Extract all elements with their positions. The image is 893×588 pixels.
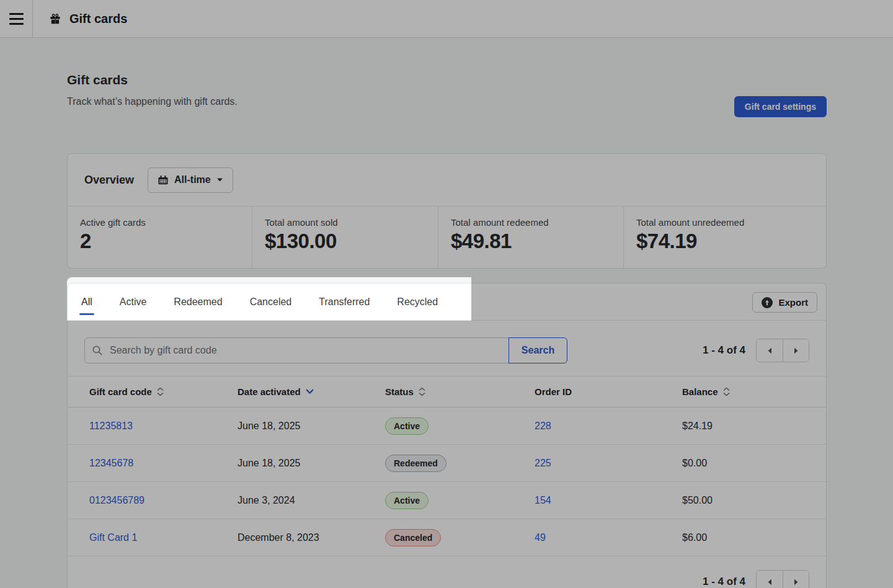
tab-redeemed[interactable]: Redeemed	[160, 283, 236, 320]
order-id-link[interactable]: 49	[535, 532, 546, 543]
column-header-order-id: Order ID	[535, 386, 682, 397]
overview-header: Overview All-time	[68, 154, 826, 207]
balance-cell: $6.00	[682, 532, 826, 543]
page-subtitle: Track what’s happening with gift cards.	[67, 96, 238, 107]
table-header-row: Gift card code Date activated Status	[68, 376, 826, 408]
overview-card: Overview All-time Active gift c	[67, 153, 827, 269]
pagination-range: 1 - 4 of 4	[703, 344, 745, 357]
status-badge: Canceled	[385, 529, 441, 546]
next-page-button[interactable]	[783, 339, 809, 362]
pagination-buttons	[756, 570, 809, 588]
status-tabs: All Active Redeemed Canceled Transferred…	[68, 283, 451, 320]
search-icon	[92, 345, 103, 356]
topbar: Gift cards	[0, 0, 893, 38]
menu-icon[interactable]	[0, 0, 33, 37]
search-input[interactable]	[84, 337, 509, 363]
date-activated-cell: June 18, 2025	[238, 458, 385, 469]
stat-active-gift-cards: Active gift cards 2	[68, 207, 252, 268]
balance-cell: $24.19	[682, 421, 826, 432]
order-id-link[interactable]: 154	[535, 495, 551, 506]
gift-cards-table-card: All Active Redeemed Canceled Transferred…	[67, 283, 827, 588]
status-badge: Active	[385, 417, 429, 435]
search-button[interactable]: Search	[509, 337, 567, 363]
tab-transferred[interactable]: Transferred	[305, 283, 383, 320]
date-range-dropdown[interactable]: All-time	[148, 167, 233, 193]
tab-canceled[interactable]: Canceled	[236, 283, 306, 320]
order-id-link[interactable]: 228	[535, 421, 551, 431]
date-activated-cell: December 8, 2023	[238, 532, 385, 543]
table-row: 11235813 June 18, 2025 Active 228 $24.19	[68, 408, 826, 445]
order-id-link[interactable]: 225	[535, 458, 551, 468]
gift-card-settings-button[interactable]: Gift card settings	[734, 96, 827, 117]
table-toolbar: Search 1 - 4 of 4	[84, 337, 809, 363]
gift-card-code-link[interactable]: 12345678	[89, 458, 133, 468]
export-icon	[762, 297, 773, 308]
balance-cell: $0.00	[682, 458, 826, 469]
balance-cell: $50.00	[682, 495, 826, 506]
status-badge: Active	[385, 492, 429, 509]
gift-card-code-link[interactable]: 11235813	[89, 421, 133, 431]
date-activated-cell: June 18, 2025	[238, 421, 385, 432]
chevron-down-icon	[216, 177, 223, 182]
tab-active[interactable]: Active	[106, 283, 161, 320]
column-header-balance[interactable]: Balance	[682, 386, 826, 397]
pagination-range: 1 - 4 of 4	[703, 576, 745, 588]
pagination-top: 1 - 4 of 4	[703, 339, 809, 362]
page-title: Gift cards	[67, 73, 128, 87]
status-badge: Redeemed	[385, 455, 446, 472]
next-page-button[interactable]	[783, 571, 809, 588]
previous-page-button[interactable]	[757, 339, 783, 362]
gift-cards-table: Gift card code Date activated Status	[68, 376, 826, 556]
column-header-date-activated[interactable]: Date activated	[238, 386, 385, 397]
sort-icon	[157, 387, 164, 396]
gift-card-code-link[interactable]: Gift Card 1	[89, 532, 137, 543]
gift-icon	[49, 12, 61, 25]
date-activated-cell: June 3, 2024	[238, 495, 385, 506]
sort-icon	[419, 387, 425, 396]
date-range-label: All-time	[174, 174, 211, 185]
topbar-title-group: Gift cards	[49, 12, 127, 26]
previous-page-button[interactable]	[757, 571, 783, 588]
sort-desc-icon	[306, 389, 314, 394]
stat-total-amount-sold: Total amount sold $130.00	[252, 207, 438, 268]
table-row: 0123456789 June 3, 2024 Active 154 $50.0…	[68, 482, 826, 519]
tabs-row: All Active Redeemed Canceled Transferred…	[68, 283, 826, 321]
tab-recycled[interactable]: Recycled	[383, 283, 451, 320]
column-header-gift-card-code[interactable]: Gift card code	[68, 386, 238, 397]
search-wrap: Search	[84, 337, 567, 363]
export-button[interactable]: Export	[752, 292, 817, 313]
export-label: Export	[778, 297, 808, 308]
column-header-status[interactable]: Status	[385, 386, 535, 397]
calendar-icon	[158, 174, 169, 185]
stat-total-amount-redeemed: Total amount redeemed $49.81	[438, 207, 623, 268]
app-title: Gift cards	[69, 12, 127, 26]
overview-title: Overview	[84, 174, 134, 187]
table-row: Gift Card 1 December 8, 2023 Canceled 49…	[68, 519, 826, 556]
pagination-buttons	[756, 339, 809, 362]
pagination-bottom: 1 - 4 of 4	[68, 570, 809, 588]
tab-all[interactable]: All	[68, 283, 106, 320]
sort-icon	[723, 387, 730, 396]
overview-stats: Active gift cards 2 Total amount sold $1…	[68, 207, 826, 268]
gift-card-code-link[interactable]: 0123456789	[89, 495, 144, 506]
stat-total-amount-unredeemed: Total amount unredeemed $74.19	[623, 207, 826, 268]
table-row: 12345678 June 18, 2025 Redeemed 225 $0.0…	[68, 445, 826, 482]
